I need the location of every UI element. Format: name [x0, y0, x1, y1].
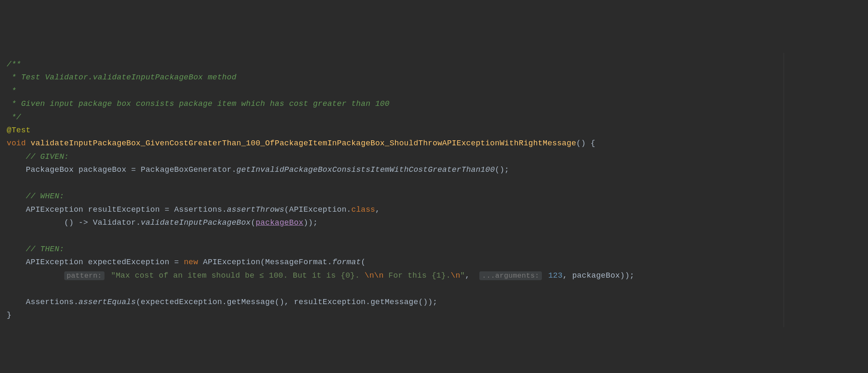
dot5: .: [327, 258, 332, 267]
paren-open2: (: [251, 218, 256, 227]
javadoc-line3: * Given input package box consists packa…: [7, 100, 390, 108]
assertions-class: Assertions: [174, 205, 222, 214]
paren-open: (: [284, 205, 289, 214]
packagebox-arg: packageBox: [572, 271, 620, 280]
lambda-arrow: () ->: [64, 218, 88, 227]
apiexception-ref: APIException: [289, 205, 347, 214]
packagebox-param: packageBox: [256, 218, 303, 227]
messageformat-class: MessageFormat: [265, 258, 327, 267]
string-literal-2: For this {1}.: [384, 271, 451, 280]
method-close-brace: }: [7, 311, 11, 320]
number-123: 123: [548, 271, 562, 280]
generator-method: getInvalidPackageBoxConsistsItemWithCost…: [236, 165, 495, 174]
format-method: format: [332, 258, 361, 267]
test-annotation: @Test: [7, 126, 31, 135]
packagebox-type: PackageBox: [26, 165, 74, 174]
paren-close4: ());: [418, 298, 438, 307]
comma3: ,: [562, 271, 567, 280]
paren-close2: ));: [620, 271, 634, 280]
string-literal-1: "Max cost of an item should be ≤ 100. Bu…: [111, 271, 364, 280]
dot3: .: [347, 205, 351, 214]
javadoc-line2: *: [7, 87, 16, 95]
call-parens: ();: [495, 165, 509, 174]
javadoc-open: /**: [7, 60, 21, 69]
escape-2: \n: [451, 271, 460, 280]
class-keyword: class: [351, 205, 375, 214]
comma: ,: [375, 205, 380, 214]
dot: .: [232, 165, 236, 174]
arguments-hint: ...arguments:: [479, 271, 542, 280]
expected-var: expectedException: [88, 258, 170, 267]
getmessage1: getMessage: [227, 298, 275, 307]
new-keyword: new: [184, 258, 198, 267]
void-keyword: void: [7, 139, 26, 148]
method-parens: () {: [576, 139, 596, 148]
result-var: resultException: [88, 205, 160, 214]
generator-class: PackageBoxGenerator: [141, 165, 232, 174]
assertthrows-method: assertThrows: [227, 205, 285, 214]
paren-close: ));: [303, 218, 318, 227]
given-comment: // GIVEN:: [26, 152, 69, 161]
validator-class: Validator: [93, 218, 136, 227]
code-editor[interactable]: /** * Test Validator.validateInputPackag…: [0, 53, 868, 327]
getmessage2: getMessage: [371, 298, 418, 307]
dot4: .: [136, 218, 141, 227]
paren-open4: (: [361, 258, 366, 267]
paren-open5: (: [136, 298, 141, 307]
method-name: validateInputPackageBox_GivenCostGreater…: [31, 139, 576, 148]
apiexception-type: APIException: [26, 205, 84, 214]
assertions-class2: Assertions: [26, 298, 74, 307]
then-comment: // THEN:: [26, 245, 64, 254]
right-margin-guide: [784, 53, 784, 327]
javadoc-close: */: [7, 113, 21, 122]
result-ref: resultException: [294, 298, 366, 307]
assign-op: =: [131, 165, 136, 174]
string-literal-3: ": [460, 271, 465, 280]
paren-open3: (: [260, 258, 265, 267]
when-comment: // WHEN:: [26, 192, 64, 201]
comma2: ,: [465, 271, 470, 280]
javadoc-line1: * Test Validator.validateInputPackageBox…: [7, 73, 236, 82]
apiexception-ctor: APIException: [203, 258, 261, 267]
assertequals-method: assertEquals: [78, 298, 136, 307]
expected-ref: expectedException: [141, 298, 222, 307]
apiexception-type2: APIException: [26, 258, 84, 267]
assign-op3: =: [174, 258, 179, 267]
packagebox-var: packageBox: [78, 165, 126, 174]
dot8: .: [366, 298, 370, 307]
dot6: .: [74, 298, 78, 307]
pattern-hint: pattern:: [64, 271, 105, 280]
validate-method: validateInputPackageBox: [141, 218, 251, 227]
dot2: .: [222, 205, 227, 214]
paren-close3: (),: [275, 298, 289, 307]
dot7: .: [222, 298, 227, 307]
assign-op2: =: [165, 205, 169, 214]
escape-1: \n\n: [365, 271, 384, 280]
